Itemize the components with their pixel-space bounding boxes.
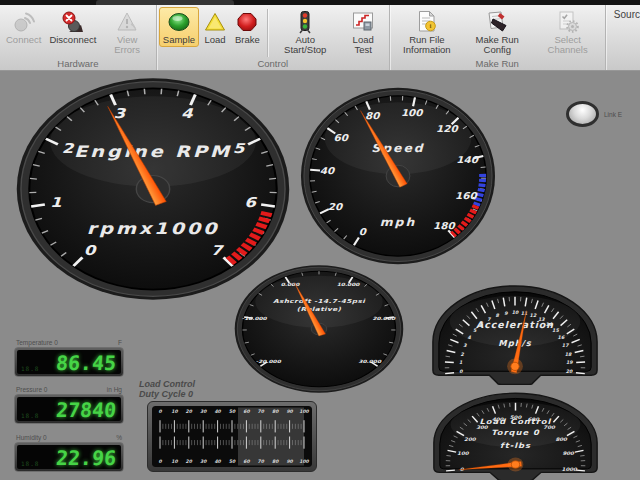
humidity-display: Humidity 0 % 18.8 22.96	[14, 434, 124, 472]
auto-start-stop-button[interactable]: Auto Start/Stop	[271, 7, 340, 58]
disconnect-button[interactable]: Disconnect	[45, 7, 100, 47]
acceleration-gauge: 01234567891011121314151617181920Accelera…	[426, 280, 604, 385]
svg-text:30: 30	[200, 409, 207, 414]
dyno-dashboard-window: Connect Disconnect	[0, 0, 640, 480]
svg-text:90: 90	[286, 409, 293, 414]
pressure-label: Pressure 0	[16, 386, 47, 393]
run-file-information-label: Run File Information	[396, 35, 458, 56]
link-indicator-light	[566, 101, 599, 127]
brake-button[interactable]: Brake	[231, 7, 264, 47]
svg-text:60: 60	[334, 132, 350, 142]
group-caption-control: Control	[157, 58, 389, 71]
svg-text:10: 10	[171, 409, 178, 414]
svg-text:30: 30	[200, 459, 207, 464]
humidity-label: Humidity 0	[16, 434, 47, 441]
svg-text:Acceleration: Acceleration	[476, 319, 554, 330]
svg-text:rpmx1000: rpmx1000	[87, 220, 220, 238]
svg-text:100: 100	[299, 459, 309, 464]
make-run-config-label: Make Run Config	[466, 35, 528, 56]
select-channels-icon	[556, 9, 580, 35]
svg-text:mph: mph	[380, 216, 416, 229]
pressure-display: Pressure 0 in Hg 18.8 27840	[14, 386, 124, 424]
load-icon	[203, 9, 227, 35]
load-test-button[interactable]: Load Test	[340, 7, 387, 58]
svg-text:11: 11	[521, 311, 528, 316]
svg-text:50: 50	[229, 459, 236, 464]
svg-text:1: 1	[50, 195, 62, 211]
link-indicator-label: Link E	[604, 111, 622, 118]
traffic-light-icon	[293, 9, 317, 35]
svg-text:200: 200	[464, 436, 477, 442]
ghost-segments: 18.8	[21, 365, 39, 372]
svg-text:0: 0	[84, 242, 97, 258]
pressure-gauge: -20.000-10.0000.00010.00020.00030.000Ash…	[233, 264, 405, 394]
view-errors-label: View Errors	[104, 35, 149, 56]
svg-text:100: 100	[401, 107, 424, 117]
temperature-display: Temperature 0 F 18.8 86.45	[14, 339, 124, 377]
source-label: Sourc	[606, 5, 640, 70]
group-caption-hardware: Hardware	[0, 58, 156, 71]
svg-text:900: 900	[562, 451, 575, 457]
ghost-segments: 18.8	[21, 460, 39, 467]
svg-text:1000: 1000	[562, 467, 579, 473]
svg-text:Load Control: Load Control	[480, 418, 552, 426]
load-test-label: Load Test	[344, 35, 383, 56]
torque-gauge: 01002003004005006007008009001000Load Con…	[427, 388, 604, 480]
pressure-unit: in Hg	[107, 386, 122, 393]
duty-cycle-slider[interactable]: 0010102020303040405050606070708080909010…	[147, 401, 317, 472]
svg-text:40: 40	[214, 459, 221, 464]
svg-text:60: 60	[243, 459, 250, 464]
load-test-icon	[351, 9, 375, 35]
svg-text:50: 50	[229, 409, 236, 414]
svg-text:16: 16	[558, 335, 565, 340]
select-channels-label: Select Channels	[536, 35, 598, 56]
file-info-icon: i	[415, 9, 439, 35]
disconnect-label: Disconnect	[49, 35, 96, 45]
svg-text:10.000: 10.000	[337, 281, 361, 286]
svg-text:20: 20	[186, 409, 193, 414]
toolbar-group-hardware: Connect Disconnect	[0, 5, 157, 70]
svg-text:90: 90	[286, 459, 293, 464]
sample-icon	[166, 9, 192, 35]
sample-label: Sample	[163, 35, 195, 45]
svg-text:60: 60	[243, 409, 250, 414]
svg-text:19: 19	[566, 360, 573, 365]
select-channels-button[interactable]: Select Channels	[532, 7, 602, 58]
svg-text:-10.000: -10.000	[242, 316, 269, 321]
svg-text:80: 80	[365, 110, 381, 120]
svg-text:(Relative): (Relative)	[297, 306, 342, 313]
connect-button[interactable]: Connect	[2, 7, 45, 47]
auto-start-stop-label: Auto Start/Stop	[275, 35, 336, 56]
make-run-config-icon	[485, 9, 509, 35]
svg-text:12: 12	[530, 313, 537, 318]
svg-text:2: 2	[62, 141, 75, 157]
svg-text:10: 10	[171, 459, 178, 464]
humidity-unit: %	[116, 434, 122, 441]
svg-text:20: 20	[566, 370, 573, 375]
svg-text:Engine RPM: Engine RPM	[74, 143, 232, 161]
brake-label: Brake	[235, 35, 260, 45]
load-label: Load	[204, 35, 225, 45]
svg-text:20: 20	[328, 201, 344, 211]
svg-text:100: 100	[457, 451, 470, 457]
temperature-label: Temperature 0	[16, 339, 58, 346]
svg-text:0.000: 0.000	[281, 281, 301, 286]
group-caption-make-run: Make Run	[390, 58, 605, 71]
ghost-segments: 18.8	[21, 412, 39, 419]
svg-text:17: 17	[562, 343, 569, 348]
run-file-information-button[interactable]: i Run File Information	[392, 7, 462, 58]
toolbar-separator	[267, 9, 268, 57]
svg-text:140: 140	[456, 155, 479, 165]
view-errors-button[interactable]: View Errors	[100, 7, 153, 58]
pressure-value: 27840	[55, 398, 117, 421]
svg-text:Mph/s: Mph/s	[498, 338, 531, 348]
make-run-config-button[interactable]: Make Run Config	[462, 7, 532, 58]
speed-gauge: 020406080100120140160180Speedmph	[299, 86, 497, 266]
disconnect-icon	[61, 9, 85, 35]
sample-button[interactable]: Sample	[159, 7, 199, 47]
load-button[interactable]: Load	[199, 7, 231, 47]
svg-text:10: 10	[512, 310, 519, 315]
svg-text:-20.000: -20.000	[256, 359, 283, 364]
svg-text:Torque 0: Torque 0	[491, 428, 540, 436]
svg-text:40: 40	[320, 166, 336, 176]
